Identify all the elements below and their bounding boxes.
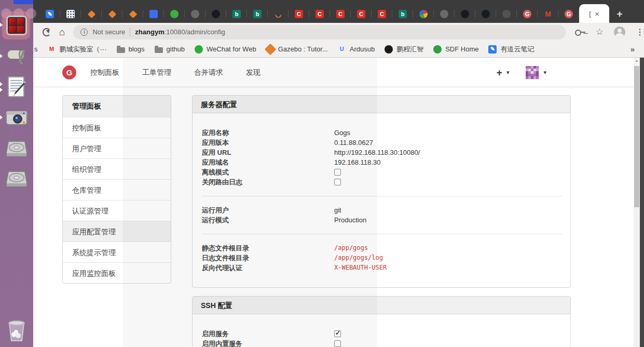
profile-avatar-icon[interactable] bbox=[614, 26, 625, 38]
tab-favicon bbox=[66, 10, 75, 18]
reload-icon[interactable] bbox=[43, 28, 51, 36]
chevron-down-icon[interactable]: ▾ bbox=[543, 69, 546, 76]
browser-tab[interactable]: G bbox=[558, 5, 579, 23]
chevron-down-icon[interactable]: ▾ bbox=[506, 69, 510, 76]
browser-tab[interactable] bbox=[164, 5, 185, 23]
bookmark-favicon: M bbox=[48, 45, 56, 54]
config-checkbox[interactable] bbox=[334, 330, 341, 337]
unity-launcher bbox=[0, 0, 33, 347]
browser-tab[interactable]: C bbox=[289, 5, 309, 23]
browser-tab[interactable] bbox=[205, 5, 226, 23]
trash-icon[interactable] bbox=[4, 318, 29, 343]
browser-tab[interactable]: M bbox=[538, 5, 558, 23]
bookmark-label: Ardusub bbox=[350, 45, 375, 53]
home-icon[interactable]: ⌂ bbox=[59, 27, 65, 37]
browser-tab[interactable] bbox=[475, 5, 496, 23]
browser-tab[interactable] bbox=[413, 5, 434, 23]
running-indicator bbox=[0, 82, 3, 86]
browser-tab[interactable]: ✎ bbox=[39, 5, 60, 23]
browser-tab[interactable]: b bbox=[226, 5, 247, 23]
gogs-nav-link[interactable]: 发现 bbox=[246, 68, 261, 77]
config-checkbox[interactable] bbox=[334, 340, 341, 347]
bookmark-item[interactable]: blogs bbox=[117, 45, 145, 54]
info-icon[interactable]: i bbox=[80, 29, 88, 36]
config-row: 启用内置服务 bbox=[202, 339, 562, 347]
bookmark-item[interactable]: U Ardusub bbox=[338, 45, 375, 54]
browser-tab[interactable]: ◡ bbox=[268, 5, 289, 23]
panel-title: SSH 配置 bbox=[193, 297, 570, 314]
text-editor-icon[interactable] bbox=[4, 74, 29, 99]
password-key-icon[interactable] bbox=[575, 30, 585, 35]
page-scrollbar[interactable]: ▲ bbox=[634, 58, 640, 347]
config-value: /app/gogs bbox=[334, 243, 368, 253]
sidebar-items: 控制面板 用户管理 组织管理 仓库管理 认证源管理 应用配置管理 系统提示管理 … bbox=[63, 117, 171, 283]
browser-tab[interactable] bbox=[122, 5, 143, 23]
browser-tab[interactable]: b bbox=[247, 5, 268, 23]
browser-tab[interactable] bbox=[434, 5, 455, 23]
bookmark-item[interactable]: SDF Home bbox=[433, 45, 478, 54]
new-tab-button[interactable]: + bbox=[609, 5, 630, 23]
scrollbar-thumb[interactable] bbox=[634, 66, 639, 207]
bookmark-item[interactable]: M 鹏城实验室（··· bbox=[48, 45, 107, 54]
browser-menu-icon[interactable]: ⋮ bbox=[636, 27, 644, 37]
browser-tab[interactable]: b bbox=[392, 5, 413, 23]
browser-tab[interactable]: G bbox=[517, 5, 538, 23]
sidebar-item[interactable]: 控制面板 bbox=[63, 117, 171, 138]
bookmark-item[interactable]: github bbox=[155, 45, 185, 54]
bookmarks-overflow-icon[interactable]: » bbox=[631, 45, 635, 54]
browser-tab[interactable]: C bbox=[351, 5, 372, 23]
browser-tab[interactable]: C bbox=[330, 5, 351, 23]
hard-disk-icon[interactable] bbox=[4, 136, 29, 161]
tab-favicon: C bbox=[336, 10, 345, 18]
gogs-nav-link[interactable]: 控制面板 bbox=[90, 68, 119, 77]
browser-tab[interactable] bbox=[60, 5, 81, 23]
server-config-panel: 服务器配置 应用名称 Gogs 应用版本 0.11.88.0627 应用 URL… bbox=[192, 95, 571, 288]
config-label: 应用名称 bbox=[202, 128, 334, 138]
admin-sidebar-menu: 管理面板 控制面板 用户管理 组织管理 仓库管理 认证源管理 应用配置管理 系统… bbox=[62, 95, 171, 284]
config-checkbox[interactable] bbox=[334, 179, 341, 185]
sidebar-item[interactable]: 认证源管理 bbox=[63, 200, 171, 221]
browser-tab[interactable]: C bbox=[372, 5, 392, 23]
browser-tab[interactable] bbox=[81, 5, 102, 23]
close-icon[interactable]: × bbox=[595, 10, 599, 18]
terminator-icon[interactable] bbox=[6, 16, 27, 35]
config-group: 启用服务 启用内置服务 bbox=[202, 329, 562, 347]
bookmark-item[interactable]: ✎ 有道云笔记 bbox=[488, 45, 534, 54]
browser-tab[interactable] bbox=[185, 5, 205, 23]
bookmark-star-icon[interactable]: ☆ bbox=[596, 28, 604, 36]
gogs-nav-links: 控制面板 工单管理 合并请求 发现 bbox=[90, 58, 261, 87]
sidebar-item[interactable]: 系统提示管理 bbox=[63, 242, 171, 262]
scrollbar-up-icon[interactable]: ▲ bbox=[634, 59, 640, 62]
sidebar-item[interactable]: 应用配置管理 bbox=[63, 221, 171, 242]
browser-tab[interactable] bbox=[455, 5, 475, 23]
config-row: 应用域名 192.168.118.30 bbox=[202, 157, 562, 167]
browser-tab[interactable] bbox=[143, 5, 164, 23]
gogs-logo-icon[interactable]: G bbox=[62, 65, 76, 79]
browser-tab[interactable] bbox=[102, 5, 122, 23]
sidebar-item[interactable]: 应用监控面板 bbox=[63, 262, 171, 283]
address-bar[interactable]: i Not secure zhangym:10080/admin/config bbox=[73, 25, 565, 39]
sidebar-item[interactable]: 组织管理 bbox=[63, 158, 171, 179]
hard-disk-2-icon[interactable] bbox=[4, 166, 29, 191]
bookmark-item[interactable]: Gazebo : Tutor... bbox=[266, 45, 328, 54]
active-tab[interactable]: [ × bbox=[579, 4, 609, 23]
tab-favicon: C bbox=[295, 10, 303, 18]
running-indicator bbox=[0, 88, 3, 92]
bookmark-item[interactable]: 鹏程汇智 bbox=[385, 45, 423, 54]
config-checkbox[interactable] bbox=[334, 169, 341, 176]
camera-icon[interactable] bbox=[4, 105, 29, 130]
gogs-nav-link[interactable]: 工单管理 bbox=[142, 68, 171, 77]
sidebar-item[interactable]: 仓库管理 bbox=[63, 179, 171, 200]
config-row: 日志文件根目录 /app/gogs/log bbox=[202, 253, 562, 263]
omnibox-separator bbox=[130, 28, 130, 36]
browser-tab[interactable] bbox=[496, 5, 517, 23]
bookmark-cut-label[interactable]: s bbox=[34, 45, 38, 53]
browser-tab[interactable]: C bbox=[309, 5, 330, 23]
config-group: 运行用户 git 运行模式 Production bbox=[202, 205, 562, 225]
paint-roller-icon[interactable] bbox=[4, 44, 29, 69]
bookmark-item[interactable]: WeChat for Web bbox=[195, 45, 256, 54]
create-new-button[interactable]: + bbox=[497, 67, 502, 78]
gogs-nav-link[interactable]: 合并请求 bbox=[194, 68, 223, 77]
sidebar-item[interactable]: 用户管理 bbox=[63, 138, 171, 158]
user-avatar[interactable] bbox=[526, 66, 539, 79]
